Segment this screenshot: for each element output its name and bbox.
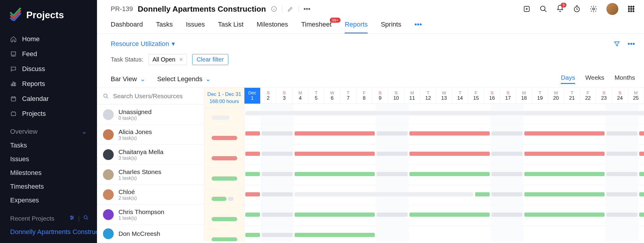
- allocation-bar[interactable]: [245, 192, 260, 196]
- allocation-bar[interactable]: [492, 131, 523, 136]
- clear-filter-button[interactable]: Clear filter: [192, 54, 228, 65]
- allocation-bar[interactable]: [245, 131, 260, 136]
- allocation-bar[interactable]: [606, 172, 637, 176]
- sidebar-item-reports[interactable]: Reports: [0, 76, 97, 91]
- allocation-bar[interactable]: [295, 213, 375, 217]
- allocation-bar[interactable]: [295, 131, 375, 136]
- allocation-bar[interactable]: [492, 152, 523, 156]
- legends-dropdown[interactable]: Select Legends ⌄: [157, 75, 211, 83]
- gear-icon[interactable]: [590, 5, 597, 13]
- sidebar-item-calendar[interactable]: Calendar: [0, 91, 97, 106]
- allocation-bar[interactable]: [492, 192, 523, 196]
- allocation-bar[interactable]: [245, 213, 260, 217]
- allocation-bar[interactable]: [295, 172, 375, 176]
- allocation-bar[interactable]: [524, 192, 605, 196]
- allocation-bar[interactable]: [262, 152, 293, 156]
- allocation-bar[interactable]: [295, 192, 473, 196]
- scale-weeks[interactable]: Weeks: [585, 74, 604, 84]
- bar-view-dropdown[interactable]: Bar View ⌄: [111, 75, 145, 83]
- allocation-bar[interactable]: [639, 192, 644, 196]
- allocation-bar[interactable]: [606, 213, 637, 217]
- allocation-bar[interactable]: [245, 152, 260, 156]
- sidebar-item-home[interactable]: Home: [0, 32, 97, 47]
- resource-row[interactable]: Chris Thompson 1 task(s): [97, 205, 204, 225]
- allocation-bar[interactable]: [606, 192, 637, 196]
- allocation-bar[interactable]: [245, 172, 260, 176]
- tab-reports[interactable]: Reports: [345, 21, 368, 33]
- resource-row[interactable]: Unassigned 0 task(s): [97, 105, 204, 125]
- recent-project-item[interactable]: Zylker Solutions and Construction: [0, 239, 97, 243]
- apps-grid-icon[interactable]: [627, 5, 635, 13]
- overview-sub-timesheets[interactable]: Timesheets: [0, 180, 97, 193]
- sidebar-item-feed[interactable]: Feed: [0, 47, 97, 61]
- info-icon[interactable]: [271, 6, 277, 12]
- search-icon[interactable]: [83, 215, 89, 220]
- tab-issues[interactable]: Issues: [186, 21, 205, 33]
- allocation-bar[interactable]: [409, 152, 490, 156]
- recent-project-item[interactable]: Donnelly Apartments Construction: [0, 225, 97, 239]
- more-tabs-icon[interactable]: •••: [415, 20, 422, 33]
- allocation-bar[interactable]: [524, 131, 605, 136]
- allocation-bar[interactable]: [377, 152, 408, 156]
- scale-days[interactable]: Days: [561, 74, 575, 84]
- allocation-bar[interactable]: [524, 172, 605, 176]
- allocation-bar[interactable]: [377, 213, 408, 217]
- allocation-bar[interactable]: [639, 213, 644, 217]
- allocation-bar[interactable]: [524, 152, 605, 156]
- tab-task list[interactable]: Task List: [218, 21, 244, 33]
- allocation-bar[interactable]: [639, 172, 644, 176]
- allocation-bar[interactable]: [262, 131, 293, 136]
- overview-sub-milestones[interactable]: Milestones: [0, 166, 97, 180]
- overview-sub-expenses[interactable]: Expenses: [0, 193, 97, 207]
- allocation-bar[interactable]: [262, 213, 293, 217]
- report-type-dropdown[interactable]: Resource Utilization ▾: [111, 40, 175, 48]
- tab-tasks[interactable]: Tasks: [156, 21, 173, 33]
- overview-section[interactable]: Overview ⌄: [0, 121, 97, 139]
- allocation-bar[interactable]: [377, 172, 408, 176]
- allocation-bar[interactable]: [606, 152, 637, 156]
- allocation-bar[interactable]: [262, 172, 293, 176]
- add-icon[interactable]: [523, 5, 531, 13]
- notifications-button[interactable]: 9: [556, 4, 564, 13]
- tab-timesheet[interactable]: Timesheet99+: [301, 21, 332, 33]
- allocation-bar[interactable]: [409, 131, 490, 136]
- tab-sprints[interactable]: Sprints: [381, 21, 401, 33]
- more-icon[interactable]: •••: [628, 40, 635, 48]
- resource-row[interactable]: Chloé 2 task(s): [97, 185, 204, 205]
- allocation-bar[interactable]: [245, 233, 260, 237]
- more-icon[interactable]: •••: [303, 5, 310, 13]
- allocation-bar[interactable]: [409, 172, 490, 176]
- overview-sub-tasks[interactable]: Tasks: [0, 139, 97, 152]
- resource-row[interactable]: Alicia Jones 3 task(s): [97, 125, 204, 145]
- timer-icon[interactable]: [573, 5, 581, 13]
- allocation-bar[interactable]: [262, 192, 293, 196]
- user-avatar[interactable]: [606, 3, 618, 15]
- close-icon[interactable]: ✕: [179, 57, 183, 62]
- allocation-bar[interactable]: [409, 213, 490, 217]
- search-input[interactable]: [113, 93, 198, 100]
- app-logo[interactable]: Projects: [0, 0, 97, 32]
- allocation-bar[interactable]: [492, 172, 523, 176]
- tab-dashboard[interactable]: Dashboard: [111, 21, 143, 33]
- allocation-bar[interactable]: [295, 233, 375, 237]
- allocation-bar[interactable]: [639, 152, 644, 156]
- sliders-icon[interactable]: [69, 215, 75, 220]
- filter-icon[interactable]: [613, 40, 620, 47]
- sidebar-item-discuss[interactable]: Discuss: [0, 61, 97, 76]
- allocation-bar[interactable]: [295, 152, 375, 156]
- overview-sub-issues[interactable]: Issues: [0, 152, 97, 166]
- allocation-bar[interactable]: [524, 213, 605, 217]
- allocation-bar[interactable]: [606, 131, 637, 136]
- allocation-bar[interactable]: [262, 233, 293, 237]
- tab-milestones[interactable]: Milestones: [257, 21, 288, 33]
- resource-row[interactable]: Don McCreesh: [97, 225, 204, 243]
- allocation-bar[interactable]: [492, 213, 523, 217]
- gantt-timeline[interactable]: Dec 1 - Dec 31 168:00 hours Dec 1 S: [204, 88, 644, 241]
- sidebar-item-projects[interactable]: Projects: [0, 106, 97, 121]
- resource-row[interactable]: Chaitanya Mella 3 task(s): [97, 145, 204, 165]
- allocation-bar[interactable]: [475, 192, 490, 196]
- search-icon[interactable]: [540, 5, 547, 13]
- edit-icon[interactable]: [287, 6, 294, 12]
- allocation-bar[interactable]: [639, 131, 644, 136]
- allocation-bar[interactable]: [377, 131, 408, 136]
